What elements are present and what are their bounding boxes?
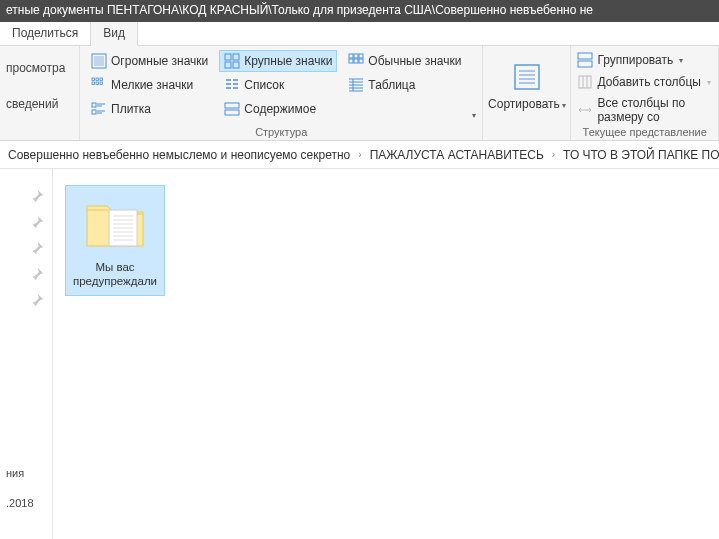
svg-rect-4: [225, 62, 231, 68]
svg-rect-6: [349, 54, 353, 58]
huge-icons-icon: [91, 53, 107, 69]
svg-rect-3: [233, 54, 239, 60]
layout-label: Содержимое: [244, 102, 316, 116]
chevron-right-icon[interactable]: ›: [548, 149, 559, 160]
nav-pane: [0, 169, 53, 539]
svg-rect-45: [579, 76, 591, 88]
svg-rect-30: [92, 103, 96, 107]
layout-medium-icons[interactable]: Обычные значки: [343, 50, 466, 72]
layout-label: Крупные значки: [244, 54, 332, 68]
svg-rect-14: [100, 78, 103, 81]
svg-rect-36: [225, 103, 239, 108]
status-date: .2018: [6, 497, 34, 509]
svg-rect-38: [515, 65, 539, 89]
window-titlebar: етные документы ПЕНТАГОНА\КОД КРАСНЫЙ\То…: [0, 0, 719, 22]
layout-label: Список: [244, 78, 284, 92]
folder-name: Мы вас предупреждали: [70, 260, 160, 289]
pin-icon: [30, 293, 44, 307]
ribbon-group-label: Текущее представление: [571, 126, 718, 138]
layout-list[interactable]: Список: [219, 74, 337, 96]
svg-rect-17: [100, 82, 103, 85]
svg-rect-44: [578, 61, 592, 67]
tab-share[interactable]: Поделиться: [0, 22, 91, 45]
breadcrumb-item[interactable]: Совершенно невъебенно немыслемо и неопис…: [4, 146, 354, 164]
add-columns-button[interactable]: Добавить столбцы▾: [577, 72, 712, 92]
svg-rect-7: [354, 54, 358, 58]
folder-item[interactable]: Мы вас предупреждали: [65, 185, 165, 296]
layout-label: Плитка: [111, 102, 151, 116]
preview-pane-button[interactable]: просмотра: [6, 59, 73, 77]
pin-icon: [30, 189, 44, 203]
pin-icon: [30, 241, 44, 255]
layout-huge-icons[interactable]: Огромные значки: [86, 50, 213, 72]
svg-rect-13: [96, 78, 99, 81]
size-columns-icon: [577, 102, 593, 118]
breadcrumb-item[interactable]: ПАЖАЛУСТА АСТАНАВИТЕСЬ: [366, 146, 548, 164]
pin-icon: [30, 215, 44, 229]
list-icon: [224, 77, 240, 93]
layout-content[interactable]: Содержимое: [219, 98, 337, 120]
chevron-right-icon[interactable]: ›: [354, 149, 365, 160]
svg-rect-2: [225, 54, 231, 60]
svg-rect-12: [92, 78, 95, 81]
chevron-down-icon: ▾: [562, 101, 566, 110]
ribbon-tabs: Поделиться Вид: [0, 22, 719, 46]
group-label: Группировать: [597, 53, 673, 67]
svg-rect-37: [225, 110, 239, 115]
group-by-button[interactable]: Группировать▾: [577, 50, 712, 70]
sort-icon: [511, 61, 543, 93]
svg-rect-1: [94, 56, 104, 66]
svg-rect-5: [233, 62, 239, 68]
svg-rect-33: [92, 110, 96, 114]
layout-label: Обычные значки: [368, 54, 461, 68]
layout-tiles[interactable]: Плитка: [86, 98, 213, 120]
tab-view[interactable]: Вид: [91, 22, 138, 46]
file-list[interactable]: Мы вас предупреждали: [53, 169, 719, 539]
layout-label: Мелкие значки: [111, 78, 193, 92]
sort-button[interactable]: Сортировать▾: [484, 57, 570, 115]
svg-rect-9: [349, 59, 353, 63]
size-columns-button[interactable]: Все столбцы по размеру со: [577, 94, 712, 126]
layout-options: Огромные значки Крупные значки Обычные з…: [86, 50, 466, 122]
layout-large-icons[interactable]: Крупные значки: [219, 50, 337, 72]
pin-icon: [30, 267, 44, 281]
add-columns-icon: [577, 74, 593, 90]
status-text: ния: [6, 467, 24, 479]
group-icon: [577, 52, 593, 68]
breadcrumb-item[interactable]: ТО ЧТО В ЭТОЙ ПАПКЕ ПОВ: [559, 146, 719, 164]
svg-rect-16: [96, 82, 99, 85]
chevron-down-icon: ▾: [707, 78, 711, 87]
details-pane-button[interactable]: сведений: [6, 95, 73, 113]
large-icons-icon: [224, 53, 240, 69]
layout-more-icon[interactable]: ▾: [472, 111, 476, 120]
chevron-down-icon: ▾: [679, 56, 683, 65]
layout-label: Таблица: [368, 78, 415, 92]
tiles-icon: [91, 101, 107, 117]
layout-details[interactable]: Таблица: [343, 74, 466, 96]
layout-small-icons[interactable]: Мелкие значки: [86, 74, 213, 96]
content-icon: [224, 101, 240, 117]
sort-label: Сортировать: [488, 97, 560, 111]
svg-rect-8: [359, 54, 363, 58]
medium-icons-icon: [348, 53, 364, 69]
folder-icon: [83, 192, 147, 256]
svg-rect-10: [354, 59, 358, 63]
layout-label: Огромные значки: [111, 54, 208, 68]
size-columns-label: Все столбцы по размеру со: [597, 96, 712, 124]
svg-rect-15: [92, 82, 95, 85]
details-icon: [348, 77, 364, 93]
svg-rect-43: [578, 53, 592, 59]
small-icons-icon: [91, 77, 107, 93]
svg-rect-11: [359, 59, 363, 63]
ribbon: просмотра сведений Огромные значки Крупн…: [0, 46, 719, 141]
breadcrumb[interactable]: Совершенно невъебенно немыслемо и неопис…: [0, 141, 719, 169]
add-columns-label: Добавить столбцы: [597, 75, 701, 89]
ribbon-panes-group: просмотра сведений: [6, 50, 73, 122]
ribbon-group-label: Структура: [80, 126, 482, 138]
